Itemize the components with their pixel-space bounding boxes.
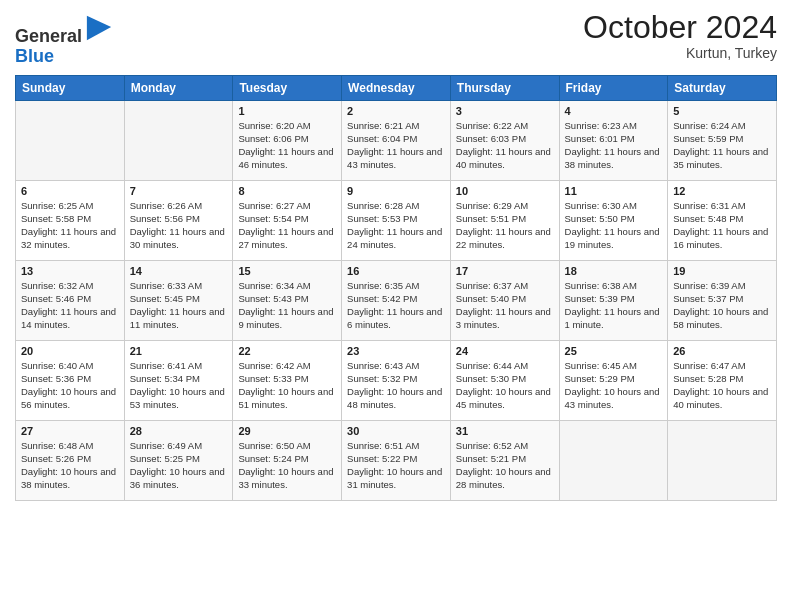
logo: General Blue bbox=[15, 14, 113, 67]
day-number: 1 bbox=[238, 105, 336, 117]
day-number: 12 bbox=[673, 185, 771, 197]
day-number: 26 bbox=[673, 345, 771, 357]
day-number: 18 bbox=[565, 265, 663, 277]
day-number: 7 bbox=[130, 185, 228, 197]
logo-general: General bbox=[15, 26, 82, 46]
day-info: Sunrise: 6:33 AMSunset: 5:45 PMDaylight:… bbox=[130, 279, 228, 332]
day-number: 11 bbox=[565, 185, 663, 197]
table-row: 22Sunrise: 6:42 AMSunset: 5:33 PMDayligh… bbox=[233, 340, 342, 420]
table-row: 7Sunrise: 6:26 AMSunset: 5:56 PMDaylight… bbox=[124, 180, 233, 260]
table-row bbox=[559, 420, 668, 500]
day-info: Sunrise: 6:52 AMSunset: 5:21 PMDaylight:… bbox=[456, 439, 554, 492]
table-row: 29Sunrise: 6:50 AMSunset: 5:24 PMDayligh… bbox=[233, 420, 342, 500]
day-info: Sunrise: 6:51 AMSunset: 5:22 PMDaylight:… bbox=[347, 439, 445, 492]
day-number: 24 bbox=[456, 345, 554, 357]
day-number: 20 bbox=[21, 345, 119, 357]
day-info: Sunrise: 6:24 AMSunset: 5:59 PMDaylight:… bbox=[673, 119, 771, 172]
day-info: Sunrise: 6:26 AMSunset: 5:56 PMDaylight:… bbox=[130, 199, 228, 252]
calendar-week-row: 20Sunrise: 6:40 AMSunset: 5:36 PMDayligh… bbox=[16, 340, 777, 420]
day-number: 29 bbox=[238, 425, 336, 437]
day-number: 8 bbox=[238, 185, 336, 197]
table-row: 20Sunrise: 6:40 AMSunset: 5:36 PMDayligh… bbox=[16, 340, 125, 420]
day-info: Sunrise: 6:42 AMSunset: 5:33 PMDaylight:… bbox=[238, 359, 336, 412]
day-info: Sunrise: 6:37 AMSunset: 5:40 PMDaylight:… bbox=[456, 279, 554, 332]
day-info: Sunrise: 6:45 AMSunset: 5:29 PMDaylight:… bbox=[565, 359, 663, 412]
day-info: Sunrise: 6:34 AMSunset: 5:43 PMDaylight:… bbox=[238, 279, 336, 332]
table-row: 15Sunrise: 6:34 AMSunset: 5:43 PMDayligh… bbox=[233, 260, 342, 340]
day-info: Sunrise: 6:20 AMSunset: 6:06 PMDaylight:… bbox=[238, 119, 336, 172]
day-number: 23 bbox=[347, 345, 445, 357]
table-row: 1Sunrise: 6:20 AMSunset: 6:06 PMDaylight… bbox=[233, 100, 342, 180]
day-info: Sunrise: 6:22 AMSunset: 6:03 PMDaylight:… bbox=[456, 119, 554, 172]
day-info: Sunrise: 6:43 AMSunset: 5:32 PMDaylight:… bbox=[347, 359, 445, 412]
logo-text: General bbox=[15, 14, 113, 47]
table-row: 12Sunrise: 6:31 AMSunset: 5:48 PMDayligh… bbox=[668, 180, 777, 260]
header-tuesday: Tuesday bbox=[233, 75, 342, 100]
day-number: 16 bbox=[347, 265, 445, 277]
day-number: 5 bbox=[673, 105, 771, 117]
table-row: 2Sunrise: 6:21 AMSunset: 6:04 PMDaylight… bbox=[342, 100, 451, 180]
header-wednesday: Wednesday bbox=[342, 75, 451, 100]
day-info: Sunrise: 6:50 AMSunset: 5:24 PMDaylight:… bbox=[238, 439, 336, 492]
day-number: 3 bbox=[456, 105, 554, 117]
table-row: 3Sunrise: 6:22 AMSunset: 6:03 PMDaylight… bbox=[450, 100, 559, 180]
calendar-week-row: 27Sunrise: 6:48 AMSunset: 5:26 PMDayligh… bbox=[16, 420, 777, 500]
table-row: 27Sunrise: 6:48 AMSunset: 5:26 PMDayligh… bbox=[16, 420, 125, 500]
table-row: 14Sunrise: 6:33 AMSunset: 5:45 PMDayligh… bbox=[124, 260, 233, 340]
table-row: 24Sunrise: 6:44 AMSunset: 5:30 PMDayligh… bbox=[450, 340, 559, 420]
day-number: 13 bbox=[21, 265, 119, 277]
day-info: Sunrise: 6:47 AMSunset: 5:28 PMDaylight:… bbox=[673, 359, 771, 412]
day-number: 30 bbox=[347, 425, 445, 437]
table-row bbox=[124, 100, 233, 180]
day-info: Sunrise: 6:48 AMSunset: 5:26 PMDaylight:… bbox=[21, 439, 119, 492]
day-info: Sunrise: 6:29 AMSunset: 5:51 PMDaylight:… bbox=[456, 199, 554, 252]
table-row: 17Sunrise: 6:37 AMSunset: 5:40 PMDayligh… bbox=[450, 260, 559, 340]
table-row: 9Sunrise: 6:28 AMSunset: 5:53 PMDaylight… bbox=[342, 180, 451, 260]
table-row: 8Sunrise: 6:27 AMSunset: 5:54 PMDaylight… bbox=[233, 180, 342, 260]
day-number: 4 bbox=[565, 105, 663, 117]
day-number: 19 bbox=[673, 265, 771, 277]
table-row: 25Sunrise: 6:45 AMSunset: 5:29 PMDayligh… bbox=[559, 340, 668, 420]
day-number: 17 bbox=[456, 265, 554, 277]
header-thursday: Thursday bbox=[450, 75, 559, 100]
table-row: 4Sunrise: 6:23 AMSunset: 6:01 PMDaylight… bbox=[559, 100, 668, 180]
day-info: Sunrise: 6:38 AMSunset: 5:39 PMDaylight:… bbox=[565, 279, 663, 332]
day-info: Sunrise: 6:35 AMSunset: 5:42 PMDaylight:… bbox=[347, 279, 445, 332]
day-number: 27 bbox=[21, 425, 119, 437]
day-number: 22 bbox=[238, 345, 336, 357]
table-row: 13Sunrise: 6:32 AMSunset: 5:46 PMDayligh… bbox=[16, 260, 125, 340]
table-row: 30Sunrise: 6:51 AMSunset: 5:22 PMDayligh… bbox=[342, 420, 451, 500]
title-block: October 2024 Kurtun, Turkey bbox=[583, 10, 777, 61]
calendar-week-row: 6Sunrise: 6:25 AMSunset: 5:58 PMDaylight… bbox=[16, 180, 777, 260]
day-info: Sunrise: 6:28 AMSunset: 5:53 PMDaylight:… bbox=[347, 199, 445, 252]
day-info: Sunrise: 6:31 AMSunset: 5:48 PMDaylight:… bbox=[673, 199, 771, 252]
day-info: Sunrise: 6:27 AMSunset: 5:54 PMDaylight:… bbox=[238, 199, 336, 252]
logo-blue: Blue bbox=[15, 46, 54, 66]
table-row: 23Sunrise: 6:43 AMSunset: 5:32 PMDayligh… bbox=[342, 340, 451, 420]
logo-icon bbox=[85, 14, 113, 42]
table-row: 21Sunrise: 6:41 AMSunset: 5:34 PMDayligh… bbox=[124, 340, 233, 420]
calendar-header-row: Sunday Monday Tuesday Wednesday Thursday… bbox=[16, 75, 777, 100]
day-number: 28 bbox=[130, 425, 228, 437]
day-number: 9 bbox=[347, 185, 445, 197]
day-number: 14 bbox=[130, 265, 228, 277]
day-number: 15 bbox=[238, 265, 336, 277]
header-friday: Friday bbox=[559, 75, 668, 100]
day-info: Sunrise: 6:40 AMSunset: 5:36 PMDaylight:… bbox=[21, 359, 119, 412]
day-info: Sunrise: 6:41 AMSunset: 5:34 PMDaylight:… bbox=[130, 359, 228, 412]
logo-blue-text: Blue bbox=[15, 47, 113, 67]
day-number: 2 bbox=[347, 105, 445, 117]
day-info: Sunrise: 6:39 AMSunset: 5:37 PMDaylight:… bbox=[673, 279, 771, 332]
table-row: 19Sunrise: 6:39 AMSunset: 5:37 PMDayligh… bbox=[668, 260, 777, 340]
month-year: October 2024 bbox=[583, 10, 777, 45]
table-row: 18Sunrise: 6:38 AMSunset: 5:39 PMDayligh… bbox=[559, 260, 668, 340]
table-row: 26Sunrise: 6:47 AMSunset: 5:28 PMDayligh… bbox=[668, 340, 777, 420]
day-number: 21 bbox=[130, 345, 228, 357]
day-number: 31 bbox=[456, 425, 554, 437]
header-sunday: Sunday bbox=[16, 75, 125, 100]
table-row: 10Sunrise: 6:29 AMSunset: 5:51 PMDayligh… bbox=[450, 180, 559, 260]
table-row: 16Sunrise: 6:35 AMSunset: 5:42 PMDayligh… bbox=[342, 260, 451, 340]
day-info: Sunrise: 6:25 AMSunset: 5:58 PMDaylight:… bbox=[21, 199, 119, 252]
table-row: 28Sunrise: 6:49 AMSunset: 5:25 PMDayligh… bbox=[124, 420, 233, 500]
table-row bbox=[668, 420, 777, 500]
